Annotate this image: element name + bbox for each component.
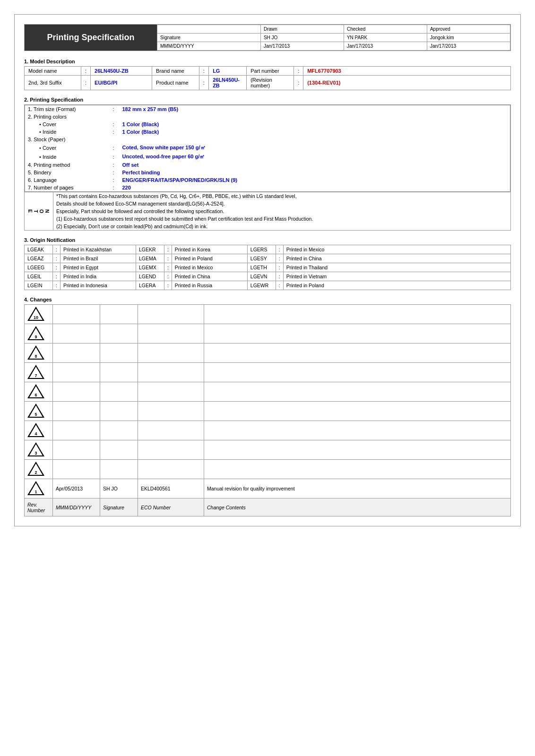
changes-date-9 xyxy=(53,324,100,344)
stock-label: 3. Stock (Paper) xyxy=(25,136,110,143)
spec-row-cover-stock: • Cover : Coted, Snow white paper 150 g/… xyxy=(25,143,510,152)
origin-lgekr-code: LGEKR xyxy=(136,245,164,254)
revision-number-value: (1304-REV01) xyxy=(303,76,511,90)
changes-row-1: 1Apr/05/2013SH JOEKLD400561Manual revisi… xyxy=(25,479,511,498)
changes-contents-6 xyxy=(204,382,511,402)
origin-lgema-code: LGEMA xyxy=(136,254,164,263)
rev-icon-cell-10: 10 xyxy=(25,305,53,324)
rev-icon-cell-9: 9 xyxy=(25,324,53,344)
rev-icon-cell-4: 4 xyxy=(25,421,53,440)
changes-signature-10 xyxy=(100,305,138,324)
changes-row-7: 7 xyxy=(25,363,511,382)
rev-icon-cell-7: 7 xyxy=(25,363,53,382)
note-table: NOTE *This part contains Eco-hazardous s… xyxy=(25,192,510,230)
origin-lgein-code: LGEIN xyxy=(25,281,53,290)
changes-signature-8 xyxy=(100,344,138,363)
changes-eco-1: EKLD400561 xyxy=(138,479,204,498)
checked-label: Checked xyxy=(347,26,365,32)
changes-eco-8 xyxy=(138,344,204,363)
changes-eco-7 xyxy=(138,363,204,382)
bindery-colon: : xyxy=(110,169,120,176)
origin-lgeeg-loc: Printed in Egypt xyxy=(60,263,136,272)
changes-contents-3 xyxy=(204,440,511,460)
changes-contents-10 xyxy=(204,305,511,324)
changes-date-10 xyxy=(53,305,100,324)
origin-row-3: LGEEG : Printed in Egypt LGEMX : Printed… xyxy=(25,263,511,272)
trim-colon: : xyxy=(110,105,120,113)
footer-sig: Signature xyxy=(100,498,138,516)
origin-table: LGEAK : Printed in Kazakhstan LGEKR : Pr… xyxy=(24,245,511,290)
rev-icon-cell-8: 8 xyxy=(25,344,53,363)
product-name-value: 26LN450U-ZB xyxy=(209,76,247,90)
origin-lgein-loc: Printed in Indonesia xyxy=(60,281,136,290)
changes-contents-9 xyxy=(204,324,511,344)
changes-signature-4 xyxy=(100,421,138,440)
origin-lgemx-code: LGEMX xyxy=(136,263,164,272)
section3-title: 3. Origin Notification xyxy=(24,237,511,243)
language-label: 6. Language xyxy=(25,176,110,184)
cover-color-label: • Cover xyxy=(25,120,110,128)
changes-row-2: 2 xyxy=(25,460,511,479)
origin-lgesy-code: LGESY xyxy=(247,254,276,263)
cover-stock-value: Coted, Snow white paper 150 g/㎡ xyxy=(120,143,510,152)
suffix-value: EU/BG/PI xyxy=(91,76,152,90)
origin-lgers-code: LGERS xyxy=(247,245,276,254)
spec-row-printing-method: 4. Printing method : Off set xyxy=(25,161,510,169)
origin-lgeth-loc: Printed in Thailand xyxy=(283,263,510,272)
changes-eco-10 xyxy=(138,305,204,324)
checked-date: Jan/17/2013 xyxy=(344,42,427,51)
origin-lgeeg-code: LGEEG xyxy=(25,263,53,272)
origin-lgeth-code: LGETH xyxy=(247,263,276,272)
language-colon: : xyxy=(110,176,120,184)
origin-lgesy-loc: Printed in China xyxy=(283,254,510,263)
origin-lgema-loc: Printed in Poland xyxy=(172,254,247,263)
spec-row-inside-stock: • Inside : Uncoted, wood-free paper 60 g… xyxy=(25,152,510,161)
changes-eco-9 xyxy=(138,324,204,344)
origin-lgers-loc: Printed in Mexico xyxy=(283,245,510,254)
section1-title: 1. Model Description xyxy=(24,59,511,64)
model-description-table: Model name : 26LN450U-ZB Brand name : LG… xyxy=(24,66,511,90)
bindery-value: Perfect binding xyxy=(120,169,510,176)
changes-eco-4 xyxy=(138,421,204,440)
inside-color-value: 1 Color (Black) xyxy=(120,128,510,136)
changes-date-3 xyxy=(53,440,100,460)
pages-value: 220 xyxy=(120,184,510,192)
note-label: NOTE xyxy=(25,192,53,231)
rev-icon-cell-6: 6 xyxy=(25,382,53,402)
spec-row-cover-color: • Cover : 1 Color (Black) xyxy=(25,120,510,128)
changes-date-2 xyxy=(53,460,100,479)
inside-stock-label: • Inside xyxy=(25,152,110,161)
changes-date-7 xyxy=(53,363,100,382)
note-line-2: Details should be followed Eco-SCM manag… xyxy=(53,200,511,207)
rev-icon-cell-5: 5 xyxy=(25,402,53,421)
suffix-label: 2nd, 3rd Suffix xyxy=(25,76,81,90)
printing-method-value: Off set xyxy=(120,161,510,169)
inside-stock-colon: : xyxy=(110,152,120,161)
origin-lgeaz-code: LGEAZ xyxy=(25,254,53,263)
part-number-label: Part number xyxy=(247,67,294,76)
origin-lgemx-loc: Printed in Mexico xyxy=(172,263,247,272)
origin-lgera-code: LGERA xyxy=(136,281,164,290)
spec-row-pages: 7. Number of pages : 220 xyxy=(25,184,510,192)
header-info-table: Drawn Checked Approved Signature SH JO Y… xyxy=(157,25,510,51)
approved-date: Jan/17/2013 xyxy=(427,42,510,51)
inside-color-colon: : xyxy=(110,128,120,136)
origin-lgevn-loc: Printed in Vietnam xyxy=(283,272,510,281)
changes-contents-4 xyxy=(204,421,511,440)
brand-name-label: Brand name xyxy=(152,67,199,76)
drawn-label: Drawn xyxy=(264,26,277,32)
changes-contents-2 xyxy=(204,460,511,479)
printing-method-label: 4. Printing method xyxy=(25,161,110,169)
changes-eco-2 xyxy=(138,460,204,479)
origin-lgera-loc: Printed in Russia xyxy=(172,281,247,290)
cover-stock-label: • Cover xyxy=(25,143,110,152)
pages-colon: : xyxy=(110,184,120,192)
changes-row-8: 8 xyxy=(25,344,511,363)
note-line-4: (1) Eco-hazardous substances test report… xyxy=(53,215,511,223)
section4-title: 4. Changes xyxy=(24,297,511,302)
changes-eco-6 xyxy=(138,382,204,402)
origin-lgeaz-loc: Printed in Brazil xyxy=(60,254,136,263)
changes-table: 10987654321Apr/05/2013SH JOEKLD400561Man… xyxy=(24,304,511,516)
note-line-3: Especially, Part should be followed and … xyxy=(53,207,511,215)
changes-row-5: 5 xyxy=(25,402,511,421)
